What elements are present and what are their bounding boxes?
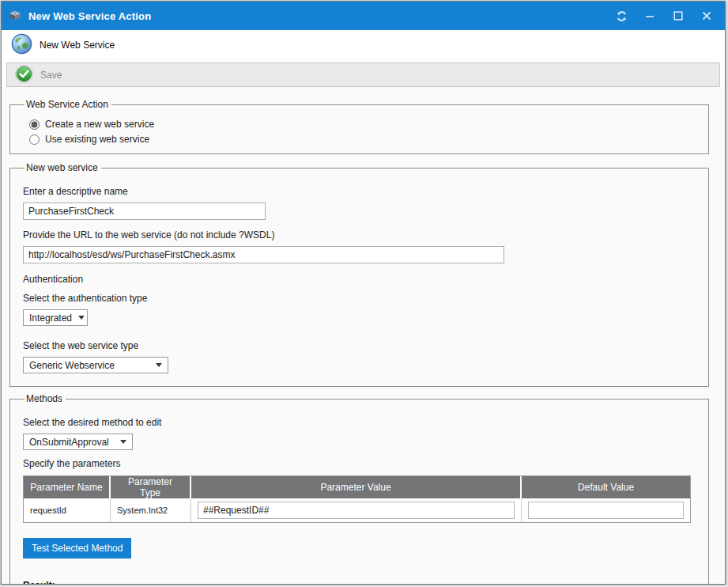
descriptive-name-label: Enter a descriptive name [23, 186, 696, 197]
app-icon [8, 9, 22, 24]
web-service-action-group: Web Service Action Create a new web serv… [9, 99, 709, 154]
new-web-service-legend: New web service [25, 162, 101, 173]
globe-icon [11, 33, 32, 57]
save-button[interactable]: Save [40, 70, 62, 81]
auth-type-label: Select the authentication type [23, 293, 696, 304]
url-input[interactable] [23, 246, 504, 263]
chevron-down-icon [156, 363, 162, 367]
chevron-down-icon [120, 440, 126, 444]
chevron-down-icon [78, 316, 85, 320]
dialog-content: Web Service Action Create a new web serv… [2, 87, 725, 585]
parameters-label: Specify the parameters [23, 458, 696, 469]
radio-create-new-label: Create a new web service [45, 119, 154, 130]
web-service-action-legend: Web Service Action [25, 99, 111, 110]
url-label: Provide the URL to the web service (do n… [23, 229, 696, 240]
table-row: requestId System.Int32 [24, 498, 690, 522]
test-selected-method-button[interactable]: Test Selected Method [23, 538, 131, 559]
result-label: Result: [23, 580, 696, 585]
service-type-label: Select the web service type [23, 340, 696, 351]
window-title: New Web Service Action [28, 10, 151, 22]
page-title: New Web Service [40, 40, 115, 51]
titlebar: New Web Service Action [2, 2, 725, 30]
default-value-input[interactable] [528, 502, 684, 519]
col-header-parameter-type: Parameter Type [111, 476, 191, 498]
radio-create-new[interactable] [29, 119, 40, 130]
service-type-value: Generic Webservice [29, 360, 115, 371]
radio-use-existing-label: Use existing web service [45, 134, 149, 145]
save-toolbar[interactable]: Save [6, 62, 720, 87]
col-header-parameter-name: Parameter Name [24, 476, 111, 498]
check-circle-icon [15, 65, 33, 85]
maximize-icon[interactable] [670, 7, 687, 25]
new-web-service-group: New web service Enter a descriptive name… [9, 162, 709, 387]
col-header-parameter-value: Parameter Value [191, 476, 522, 498]
radio-use-existing[interactable] [29, 134, 40, 145]
default-value-cell [522, 498, 690, 522]
app-header: New Web Service [2, 30, 725, 60]
methods-legend: Methods [25, 393, 66, 404]
methods-group: Methods Select the desired method to edi… [9, 393, 709, 585]
minimize-icon[interactable] [641, 7, 658, 25]
radio-create-new-row[interactable]: Create a new web service [29, 119, 696, 130]
auth-type-value: Integrated [29, 312, 72, 324]
service-type-dropdown[interactable]: Generic Webservice [23, 357, 168, 373]
parameters-table: Parameter Name Parameter Type Parameter … [23, 475, 691, 523]
parameter-name-cell: requestId [24, 498, 111, 522]
dialog-window: New Web Service Action [1, 1, 726, 585]
radio-use-existing-row[interactable]: Use existing web service [29, 134, 696, 145]
authentication-heading: Authentication [23, 274, 696, 285]
method-select-label: Select the desired method to edit [23, 417, 696, 428]
method-dropdown[interactable]: OnSubmitApproval [23, 434, 133, 450]
parameters-header-row: Parameter Name Parameter Type Parameter … [24, 476, 690, 498]
auth-type-dropdown[interactable]: Integrated [23, 309, 88, 326]
parameter-value-cell [191, 498, 522, 522]
refresh-icon[interactable] [613, 7, 630, 25]
parameter-type-cell: System.Int32 [111, 498, 191, 522]
descriptive-name-input[interactable] [23, 203, 266, 220]
method-value: OnSubmitApproval [29, 437, 109, 448]
close-icon[interactable] [698, 7, 715, 25]
col-header-default-value: Default Value [522, 476, 690, 498]
parameter-value-input[interactable] [198, 502, 515, 519]
